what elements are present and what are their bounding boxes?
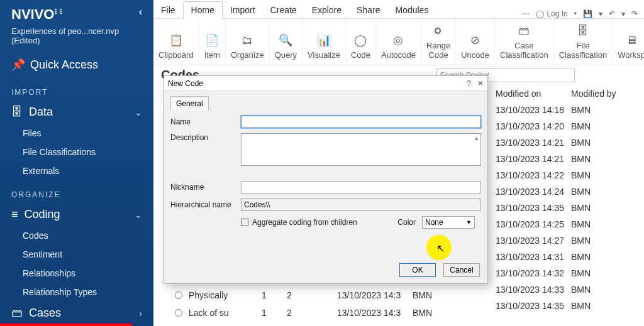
table-row[interactable]: 13/10/2023 14:18BMN bbox=[496, 102, 639, 118]
save-icon[interactable]: 💾 bbox=[583, 9, 592, 18]
table-row[interactable]: 13/10/2023 14:32BMN bbox=[496, 265, 639, 281]
tab-modules[interactable]: Modules bbox=[387, 2, 436, 18]
cell-modified-on: 13/10/2023 14:24 bbox=[496, 187, 571, 197]
ribbon-item[interactable]: 📄Item bbox=[199, 19, 226, 65]
sidebar-item-codes[interactable]: Codes bbox=[0, 226, 153, 245]
table-row[interactable]: 13/10/2023 14:35BMN bbox=[496, 200, 639, 216]
data-selector[interactable]: 🗄Data ⌄ bbox=[0, 101, 153, 124]
new-code-dialog: New Code ? ✕ General Name Description ▲ … bbox=[164, 75, 488, 284]
row-marker-icon bbox=[175, 291, 182, 299]
dialog-tab-general[interactable]: General bbox=[170, 96, 209, 111]
collapse-sidebar-icon[interactable]: ‹ bbox=[139, 6, 142, 18]
table-row[interactable]: 13/10/2023 14:24BMN bbox=[496, 183, 639, 200]
dialog-titlebar: New Code ? ✕ bbox=[164, 76, 487, 91]
sidebar-item-file-classifications[interactable]: File Classifications bbox=[0, 143, 153, 161]
ribbon-visualize[interactable]: 📊Visualize bbox=[303, 19, 346, 65]
sidebar-item-externals[interactable]: Externals bbox=[0, 161, 153, 180]
ribbon-code[interactable]: ◯Code bbox=[346, 19, 376, 65]
ribbon: 📋Clipboard 📄Item 🗂Organize 🔍Query 📊Visua… bbox=[153, 19, 644, 65]
label-name: Name bbox=[170, 117, 241, 126]
list-icon: 🗂 bbox=[240, 33, 255, 48]
table-row[interactable]: 13/10/2023 14:21BMN bbox=[496, 134, 639, 151]
cell-modified-by: BMN bbox=[571, 268, 628, 278]
cases-selector[interactable]: 🗃Cases › bbox=[0, 302, 153, 325]
tab-share[interactable]: Share bbox=[349, 2, 387, 18]
cell-c1: 1 bbox=[262, 308, 287, 318]
brand-suffix-icon: ⫶⫶ bbox=[54, 7, 64, 16]
sidebar-item-files[interactable]: Files bbox=[0, 124, 153, 143]
more-icon[interactable]: ⋯ bbox=[522, 9, 530, 18]
aggregate-checkbox[interactable] bbox=[241, 219, 248, 226]
ribbon-clipboard[interactable]: 📋Clipboard bbox=[153, 19, 199, 65]
help-icon[interactable]: ? bbox=[467, 79, 471, 88]
ribbon-case-class[interactable]: 🗃Case Classification bbox=[495, 19, 554, 65]
data-label: Data bbox=[29, 106, 53, 119]
sidebar-item-relationships[interactable]: Relationships bbox=[0, 264, 153, 283]
chevron-down-icon: ⌄ bbox=[135, 210, 142, 220]
close-icon[interactable]: ✕ bbox=[477, 79, 484, 88]
tab-home[interactable]: Home bbox=[183, 1, 223, 19]
cell-modified-on: 13/10/2023 14:21 bbox=[496, 154, 571, 164]
search-icon: 🔍 bbox=[278, 33, 293, 48]
clipboard-icon: 📋 bbox=[169, 33, 184, 48]
title-right: ⋯ ◯ Log In • 💾 ▾ ↶ ▾ ↷ bbox=[522, 9, 644, 18]
cell-modified-by: BMN bbox=[571, 170, 628, 180]
cell-modified-on: 13/10/2023 14:21 bbox=[496, 138, 571, 148]
range-icon: ⭘ bbox=[431, 23, 446, 38]
scroll-up-icon[interactable]: ▲ bbox=[474, 135, 479, 141]
cell-modified-by: BMN bbox=[571, 154, 628, 164]
quick-access[interactable]: 📌 Quick Access bbox=[0, 52, 153, 78]
cell-name: Lack of su bbox=[189, 308, 262, 318]
progress-indicator bbox=[0, 323, 132, 326]
tab-file[interactable]: File bbox=[153, 2, 183, 18]
table-row[interactable]: Lack of su 1 2 13/10/2023 14:3 BMN bbox=[172, 304, 639, 322]
chart-icon: 📊 bbox=[316, 33, 331, 48]
nickname-input[interactable] bbox=[241, 181, 481, 193]
table-row[interactable]: Physically 1 2 13/10/2023 14:3 BMN bbox=[172, 286, 639, 304]
tab-import[interactable]: Import bbox=[223, 2, 263, 18]
ribbon-organize[interactable]: 🗂Organize bbox=[226, 19, 270, 65]
data-icon: 🗄 bbox=[11, 106, 23, 119]
label-hierarchical: Hierarchical name bbox=[170, 200, 241, 209]
cell-modified-on: 13/10/2023 14:35 bbox=[496, 203, 571, 213]
circle-icon: ◯ bbox=[353, 33, 368, 48]
cancel-button[interactable]: Cancel bbox=[443, 263, 480, 277]
hierarchical-input bbox=[241, 198, 481, 211]
sidebar-item-sentiment[interactable]: Sentiment bbox=[0, 245, 153, 264]
sidebar: NVIVO⫶⫶ ‹ Experiences of peo...ncer.nvp … bbox=[0, 0, 153, 326]
undo-icon[interactable]: ↶ bbox=[609, 9, 615, 18]
dialog-title: New Code bbox=[168, 79, 203, 88]
ribbon-uncode[interactable]: ⊘Uncode bbox=[456, 19, 495, 65]
cell-modified-by: BMN bbox=[571, 105, 628, 115]
col-modified-by[interactable]: Modified by bbox=[571, 89, 628, 99]
sidebar-item-relationship-types[interactable]: Relationship Types bbox=[0, 283, 153, 302]
redo-icon[interactable]: ↷ bbox=[631, 9, 638, 18]
table-row[interactable]: 13/10/2023 14:25BMN bbox=[496, 216, 639, 232]
tab-create[interactable]: Create bbox=[263, 2, 304, 18]
table-row[interactable]: 13/10/2023 14:22BMN bbox=[496, 167, 639, 183]
lower-rows: Physically 1 2 13/10/2023 14:3 BMN Lack … bbox=[172, 286, 639, 322]
ribbon-query[interactable]: 🔍Query bbox=[270, 19, 303, 65]
case-icon: 🗃 bbox=[11, 307, 23, 320]
table-row[interactable]: 13/10/2023 14:31BMN bbox=[496, 249, 639, 265]
label-description: Description bbox=[170, 133, 241, 142]
coding-selector[interactable]: ≡Coding ⌄ bbox=[0, 203, 153, 226]
table-row[interactable]: 13/10/2023 14:21BMN bbox=[496, 151, 639, 167]
tab-explore[interactable]: Explore bbox=[304, 2, 349, 18]
color-value: None bbox=[425, 218, 443, 227]
description-input[interactable]: ▲ bbox=[241, 133, 481, 166]
project-edited: (Edited) bbox=[0, 36, 153, 52]
col-modified-on[interactable]: Modified on bbox=[496, 89, 571, 99]
ribbon-range-code[interactable]: ⭘Range Code bbox=[421, 19, 456, 65]
login-button[interactable]: ◯ Log In bbox=[536, 9, 567, 18]
ribbon-workspace[interactable]: 🖥Worksp bbox=[613, 19, 644, 65]
erase-icon: ⊘ bbox=[468, 33, 483, 48]
ribbon-file-class[interactable]: 🗄File Classification bbox=[554, 19, 613, 65]
table-row[interactable]: 13/10/2023 14:20BMN bbox=[496, 118, 639, 134]
color-select[interactable]: None ▼ bbox=[422, 216, 475, 229]
name-input[interactable] bbox=[241, 116, 481, 128]
ribbon-autocode[interactable]: ◎Autocode bbox=[376, 19, 421, 65]
cell-modified-on: 13/10/2023 14:27 bbox=[496, 236, 571, 246]
table-row[interactable]: 13/10/2023 14:27BMN bbox=[496, 232, 639, 249]
ok-button[interactable]: OK bbox=[399, 263, 436, 277]
